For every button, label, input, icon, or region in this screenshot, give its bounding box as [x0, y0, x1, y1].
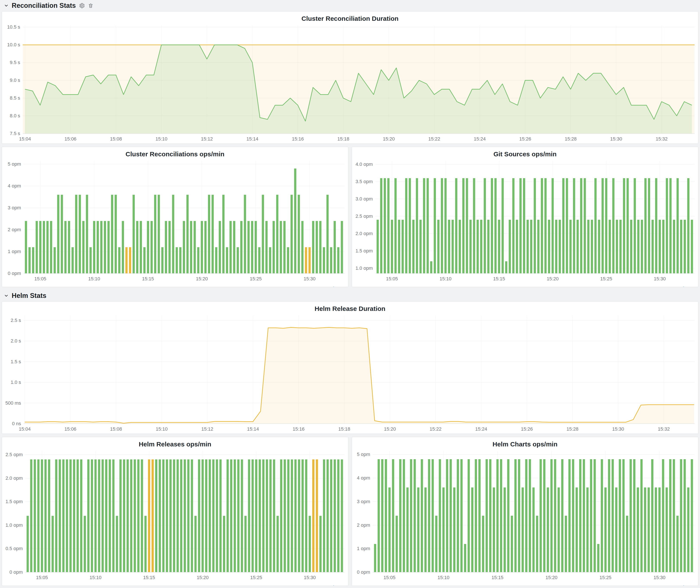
svg-text:15:24: 15:24	[475, 426, 487, 432]
legend-sort-total[interactable]: total	[641, 584, 684, 586]
svg-text:4 opm: 4 opm	[8, 183, 21, 189]
panel-title[interactable]: Helm Releases ops/min	[2, 437, 348, 449]
svg-text:15:20: 15:20	[545, 575, 557, 580]
svg-text:15:12: 15:12	[201, 136, 213, 142]
cluster-reconciliation-duration-chart[interactable]: 15:0415:0615:0815:1015:1215:1415:1615:18…	[2, 23, 698, 144]
panel-cluster-reconciliations-opm: Cluster Reconciliations ops/min 15:0515:…	[2, 147, 348, 287]
legend-sort-total[interactable]: total	[641, 286, 684, 287]
legend-sort-total[interactable]: total	[291, 286, 334, 287]
svg-text:15:26: 15:26	[521, 426, 533, 432]
svg-text:15:20: 15:20	[547, 276, 559, 281]
chevron-down-icon[interactable]	[4, 293, 9, 298]
legend-sort-avg[interactable]: avg	[204, 286, 248, 287]
svg-text:15:25: 15:25	[600, 276, 612, 281]
svg-text:15:20: 15:20	[197, 575, 209, 580]
svg-text:3.5 opm: 3.5 opm	[356, 179, 373, 184]
panel-title[interactable]: Cluster Reconciliation Duration	[2, 11, 698, 23]
section-title[interactable]: Reconciliation Stats	[12, 2, 76, 10]
svg-text:8.5 s: 8.5 s	[10, 95, 20, 101]
svg-text:15:30: 15:30	[304, 276, 316, 281]
svg-text:15:25: 15:25	[600, 575, 611, 580]
svg-text:4 opm: 4 opm	[357, 475, 370, 481]
svg-text:15:30: 15:30	[654, 276, 666, 281]
legend-sort-avg[interactable]: avg	[554, 584, 598, 586]
svg-text:15:22: 15:22	[428, 136, 440, 142]
panel-title[interactable]: Helm Charts ops/min	[352, 437, 698, 449]
legend-sort-avg[interactable]: avg	[554, 286, 598, 287]
svg-text:1.5 s: 1.5 s	[11, 359, 21, 364]
legend: avgcurrenttotalsuccessful git pulls2.87 …	[352, 284, 698, 287]
svg-text:1.0 opm: 1.0 opm	[356, 265, 373, 271]
svg-text:15:20: 15:20	[384, 426, 396, 432]
svg-text:2.0 opm: 2.0 opm	[6, 475, 23, 481]
svg-text:15:05: 15:05	[386, 276, 398, 281]
cluster-reconciliations-chart[interactable]: 15:0515:1015:1515:2015:2515:300 opm1 opm…	[2, 159, 348, 284]
svg-text:15:30: 15:30	[653, 575, 665, 580]
svg-text:3 opm: 3 opm	[8, 205, 21, 210]
git-sources-chart[interactable]: 15:0515:1015:1515:2015:2515:301.0 opm1.5…	[352, 159, 698, 284]
svg-text:15:15: 15:15	[493, 276, 505, 281]
legend-sort-current[interactable]: current	[598, 584, 641, 586]
svg-text:15:28: 15:28	[565, 136, 577, 142]
legend: avgcurrenttotalsuccessful reconciliation…	[2, 284, 348, 287]
svg-text:15:30: 15:30	[304, 575, 316, 580]
svg-text:15:24: 15:24	[474, 136, 486, 142]
svg-text:15:10: 15:10	[88, 276, 100, 281]
svg-text:15:08: 15:08	[110, 426, 122, 432]
svg-text:4.0 opm: 4.0 opm	[356, 162, 373, 167]
panel-title[interactable]: Git Sources ops/min	[352, 147, 698, 159]
svg-text:9.0 s: 9.0 s	[10, 78, 20, 83]
chevron-down-icon[interactable]	[4, 3, 9, 8]
svg-text:1 opm: 1 opm	[8, 249, 21, 254]
legend-header-row: avgcurrenttotal	[8, 583, 334, 586]
legend: avgcurrenttotalsuccessful reconciliation…	[2, 583, 348, 586]
helm-charts-chart[interactable]: 15:0515:1015:1515:2015:2515:300 opm1 opm…	[352, 449, 698, 583]
helm-releases-chart[interactable]: 15:0515:1015:1515:2015:2515:300 opm0.5 o…	[2, 449, 348, 583]
svg-text:15:32: 15:32	[656, 136, 668, 142]
svg-text:15:22: 15:22	[430, 426, 442, 432]
svg-text:15:14: 15:14	[246, 136, 258, 142]
svg-text:15:10: 15:10	[90, 575, 102, 580]
legend-header-row: avgcurrenttotal	[8, 284, 334, 287]
svg-text:15:26: 15:26	[519, 136, 531, 142]
svg-text:15:15: 15:15	[492, 575, 503, 580]
svg-text:3.0 opm: 3.0 opm	[356, 196, 373, 202]
svg-text:15:25: 15:25	[250, 575, 262, 580]
svg-text:15:04: 15:04	[19, 136, 31, 142]
svg-text:1 opm: 1 opm	[357, 546, 370, 551]
svg-text:10.0 s: 10.0 s	[7, 42, 20, 47]
panel-cluster-reconciliation-duration: Cluster Reconciliation Duration 15:0415:…	[2, 11, 698, 144]
svg-text:15:14: 15:14	[247, 426, 259, 432]
svg-text:15:28: 15:28	[566, 426, 578, 432]
legend-sort-total[interactable]: total	[291, 584, 334, 586]
legend-sort-current[interactable]: current	[598, 286, 641, 287]
svg-text:15:05: 15:05	[34, 276, 46, 281]
legend-sort-avg[interactable]: avg	[204, 584, 248, 586]
legend: avgcurrenttotalsuccessful chart pulls3.8…	[352, 583, 698, 586]
helm-release-duration-chart[interactable]: 15:0415:0615:0815:1015:1215:1415:1615:18…	[2, 313, 698, 434]
svg-text:15:32: 15:32	[658, 426, 670, 432]
trash-icon[interactable]	[88, 3, 94, 8]
svg-text:15:04: 15:04	[19, 426, 31, 432]
svg-text:8.0 s: 8.0 s	[10, 113, 20, 118]
svg-text:0 opm: 0 opm	[357, 569, 370, 575]
svg-text:0 opm: 0 opm	[10, 569, 23, 575]
legend-sort-current[interactable]: current	[248, 286, 291, 287]
panel-title[interactable]: Helm Release Duration	[2, 302, 698, 313]
section-header-reconciliation-stats[interactable]: Reconciliation Stats	[0, 0, 700, 11]
svg-text:10.5 s: 10.5 s	[7, 24, 20, 30]
gear-icon[interactable]	[79, 3, 85, 9]
svg-text:15:16: 15:16	[292, 136, 304, 142]
svg-text:0 ns: 0 ns	[12, 421, 21, 426]
section-header-helm-stats[interactable]: Helm Stats	[0, 290, 700, 301]
panel-title[interactable]: Cluster Reconciliations ops/min	[2, 147, 348, 159]
svg-text:2 opm: 2 opm	[357, 522, 370, 528]
svg-text:15:30: 15:30	[610, 136, 622, 142]
svg-text:15:12: 15:12	[201, 426, 213, 432]
svg-text:2.0 s: 2.0 s	[11, 338, 21, 344]
section-title[interactable]: Helm Stats	[12, 292, 46, 300]
svg-text:0.5 opm: 0.5 opm	[6, 546, 23, 551]
svg-text:1.5 opm: 1.5 opm	[356, 248, 373, 254]
svg-text:15:06: 15:06	[65, 136, 76, 142]
legend-sort-current[interactable]: current	[248, 584, 291, 586]
